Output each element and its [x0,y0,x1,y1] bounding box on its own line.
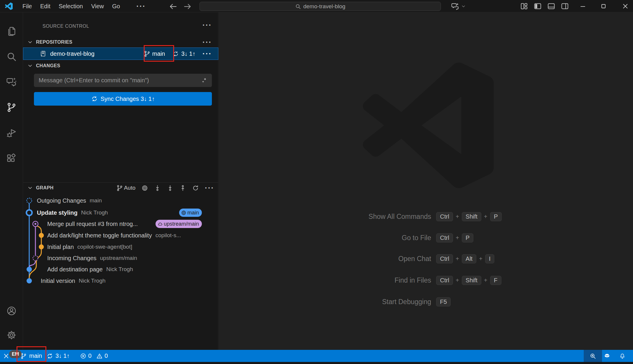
shortcut-label: Find in Files [219,276,431,284]
toggle-secondary-sidebar-icon[interactable] [561,2,569,10]
shortcut-row: Start DebuggingF5 [219,296,633,308]
layout-controls [520,2,569,10]
sidebar-item-extensions[interactable] [0,149,23,168]
copilot-icon [604,353,610,359]
gear-icon [6,330,17,340]
commit-author: upstream/main [100,255,137,261]
commit-author: Nick Trogh [79,278,106,284]
search-icon [6,51,17,62]
activity-bar: EM [0,12,23,350]
commit-author: copilot-s... [156,232,181,239]
files-icon [6,26,17,37]
key-cap: I [485,254,495,263]
vscode-watermark-logo [355,60,503,190]
sidebar-item-chat[interactable] [0,72,23,91]
graph-row[interactable]: Incoming Changesupstream/main [23,252,210,264]
accounts-button[interactable] [0,301,23,320]
menu-more-button[interactable]: ··· [136,2,146,10]
shortcut-row: Find in FilesCtrl+Shift+F [219,274,633,286]
close-button[interactable] [619,0,632,12]
vscode-window: FileEditSelectionViewGo ··· demo-travel-… [0,0,633,364]
extensions-icon [6,153,17,164]
navigate-back-icon[interactable] [169,2,178,11]
commit-author: main [90,197,102,204]
customize-layout-icon[interactable] [520,2,528,10]
navigate-forward-icon[interactable] [183,2,192,11]
remote-indicator[interactable] [3,350,9,362]
cloud-icon [157,221,163,227]
commit-message: Add dark/light theme toggle functionalit… [47,232,152,239]
commit-message: Initial plan [47,244,74,250]
key-cap: Shift [462,276,481,285]
status-bar: main 3↓ 1↑ 0 0 [0,350,633,362]
shortcut-keys: Ctrl+Shift+F [436,276,501,285]
target-icon [181,210,187,216]
commit-message: Update styling [37,209,78,216]
sidebar-item-source-control[interactable] [0,98,23,117]
commit-message: Outgoing Changes [37,197,86,204]
minimize-icon [579,2,587,10]
graph-rows: Outgoing ChangesmainUpdate stylingNick T… [23,12,218,350]
shortcut-keys: Ctrl+Shift+P [436,212,502,221]
shortcut-keys: F5 [436,297,451,306]
shortcut-keys: Ctrl+Alt+I [436,254,494,263]
plus-separator: + [456,213,459,220]
graph-row[interactable]: Initial versionNick Trogh [23,275,210,286]
plus-separator: + [479,255,482,262]
branch-name: main [29,352,42,359]
graph-row[interactable]: Merge pull request #3 from ntrog...upstr… [23,218,210,229]
branch-badge: main [179,209,202,217]
commit-message: Initial version [41,278,75,284]
graph-row[interactable]: Add dark/light theme toggle functionalit… [23,230,210,241]
command-center-search[interactable]: demo-travel-blog [199,2,441,11]
chat-sparkle-icon [6,76,17,87]
shortcut-label: Open Chat [219,255,431,263]
profile-badge[interactable]: EM [9,350,22,358]
status-notifications[interactable] [619,350,626,362]
account-icon [6,306,17,316]
shortcut-keys: Ctrl+P [436,233,473,242]
window-edge [0,362,633,364]
status-problems[interactable]: 0 0 [80,350,111,362]
source-control-icon [6,102,17,113]
plus-separator: + [456,235,459,241]
sidebar-item-run-debug[interactable] [0,124,23,143]
toggle-primary-sidebar-icon[interactable] [534,2,542,10]
menu-item-edit[interactable]: Edit [36,3,54,10]
commit-message: Merge pull request #3 from ntrog... [47,221,138,227]
status-copilot[interactable] [604,350,610,362]
menu-item-go[interactable]: Go [108,3,124,10]
copilot-chat-icon[interactable] [451,2,459,10]
badge-label: upstream/main [164,221,199,227]
menu-item-file[interactable]: File [18,3,36,10]
window-title: demo-travel-blog [303,3,346,10]
branch-badge: upstream/main [156,220,202,228]
status-zoom[interactable] [584,350,602,362]
chevron-down-icon[interactable] [461,4,466,9]
maximize-button[interactable] [597,0,610,12]
title-bar: FileEditSelectionViewGo ··· demo-travel-… [0,0,633,12]
shortcut-label: Go to File [219,234,431,242]
toggle-panel-icon[interactable] [547,2,555,10]
key-cap: Ctrl [436,276,453,285]
graph-row[interactable]: Initial plancopilot-swe-agent[bot] [23,241,210,252]
key-cap: Ctrl [436,233,453,242]
settings-button[interactable] [0,326,23,345]
menu-item-selection[interactable]: Selection [55,3,87,10]
status-sync[interactable]: 3↓ 1↑ [47,350,70,362]
plus-separator: + [484,213,488,220]
zoom-in-icon [590,353,596,359]
key-cap: F5 [436,297,451,306]
remote-icon [3,353,9,359]
sidebar-item-search[interactable] [0,47,23,66]
key-cap: P [462,233,473,242]
shortcut-row: Open ChatCtrl+Alt+I [219,253,633,265]
menu-item-view[interactable]: View [87,3,108,10]
graph-row[interactable]: Update stylingNick Troghmain [23,207,210,218]
graph-row[interactable]: Add destination pageNick Trogh [23,264,210,275]
graph-row[interactable]: Outgoing Changesmain [23,195,210,206]
minimize-button[interactable] [576,0,590,12]
status-branch[interactable]: main [20,350,42,362]
sidebar-item-explorer[interactable] [0,22,23,41]
maximize-icon [600,2,607,10]
